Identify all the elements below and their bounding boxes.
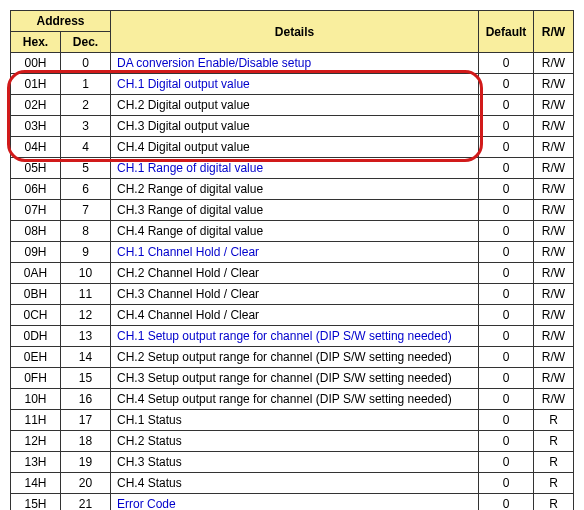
- cell-dec: 13: [61, 326, 111, 347]
- cell-details[interactable]: Error Code: [111, 494, 479, 511]
- cell-default: 0: [479, 179, 534, 200]
- cell-dec: 15: [61, 368, 111, 389]
- cell-rw: R/W: [534, 137, 574, 158]
- cell-hex: 12H: [11, 431, 61, 452]
- cell-default: 0: [479, 53, 534, 74]
- table-row: 04H4CH.4 Digital output value0R/W: [11, 137, 574, 158]
- table-row: 0EH14CH.2 Setup output range for channel…: [11, 347, 574, 368]
- cell-rw: R: [534, 452, 574, 473]
- cell-details[interactable]: CH.1 Range of digital value: [111, 158, 479, 179]
- cell-rw: R/W: [534, 326, 574, 347]
- table-row: 0FH15CH.3 Setup output range for channel…: [11, 368, 574, 389]
- cell-details: CH.3 Status: [111, 452, 479, 473]
- cell-default: 0: [479, 116, 534, 137]
- table-row: 07H7CH.3 Range of digital value0R/W: [11, 200, 574, 221]
- cell-details: CH.2 Status: [111, 431, 479, 452]
- cell-default: 0: [479, 221, 534, 242]
- cell-default: 0: [479, 74, 534, 95]
- table-row: 09H9CH.1 Channel Hold / Clear0R/W: [11, 242, 574, 263]
- register-table-wrapper: Address Details Default R/W Hex. Dec. 00…: [10, 10, 574, 510]
- cell-dec: 7: [61, 200, 111, 221]
- table-row: 00H0DA conversion Enable/Disable setup0R…: [11, 53, 574, 74]
- register-table: Address Details Default R/W Hex. Dec. 00…: [10, 10, 574, 510]
- table-header: Address Details Default R/W Hex. Dec.: [11, 11, 574, 53]
- cell-dec: 16: [61, 389, 111, 410]
- cell-hex: 00H: [11, 53, 61, 74]
- cell-rw: R/W: [534, 347, 574, 368]
- cell-hex: 13H: [11, 452, 61, 473]
- cell-dec: 18: [61, 431, 111, 452]
- table-row: 08H8CH.4 Range of digital value0R/W: [11, 221, 574, 242]
- table-body: 00H0DA conversion Enable/Disable setup0R…: [11, 53, 574, 511]
- cell-dec: 0: [61, 53, 111, 74]
- header-address: Address: [11, 11, 111, 32]
- cell-hex: 15H: [11, 494, 61, 511]
- cell-dec: 4: [61, 137, 111, 158]
- cell-rw: R/W: [534, 389, 574, 410]
- cell-dec: 1: [61, 74, 111, 95]
- cell-rw: R: [534, 431, 574, 452]
- cell-rw: R: [534, 494, 574, 511]
- table-row: 13H19CH.3 Status0R: [11, 452, 574, 473]
- cell-dec: 3: [61, 116, 111, 137]
- header-hex: Hex.: [11, 32, 61, 53]
- cell-details[interactable]: DA conversion Enable/Disable setup: [111, 53, 479, 74]
- cell-details[interactable]: CH.1 Digital output value: [111, 74, 479, 95]
- cell-hex: 11H: [11, 410, 61, 431]
- cell-default: 0: [479, 473, 534, 494]
- cell-rw: R/W: [534, 284, 574, 305]
- cell-hex: 10H: [11, 389, 61, 410]
- cell-rw: R/W: [534, 158, 574, 179]
- cell-default: 0: [479, 305, 534, 326]
- cell-rw: R: [534, 410, 574, 431]
- table-row: 02H2CH.2 Digital output value0R/W: [11, 95, 574, 116]
- table-row: 14H20CH.4 Status0R: [11, 473, 574, 494]
- cell-details: CH.3 Range of digital value: [111, 200, 479, 221]
- cell-dec: 2: [61, 95, 111, 116]
- table-row: 11H17CH.1 Status0R: [11, 410, 574, 431]
- cell-dec: 19: [61, 452, 111, 473]
- cell-hex: 01H: [11, 74, 61, 95]
- cell-details: CH.4 Range of digital value: [111, 221, 479, 242]
- cell-default: 0: [479, 137, 534, 158]
- cell-rw: R/W: [534, 368, 574, 389]
- header-rw: R/W: [534, 11, 574, 53]
- cell-rw: R/W: [534, 305, 574, 326]
- cell-rw: R/W: [534, 74, 574, 95]
- cell-hex: 06H: [11, 179, 61, 200]
- cell-hex: 03H: [11, 116, 61, 137]
- cell-hex: 04H: [11, 137, 61, 158]
- cell-rw: R: [534, 473, 574, 494]
- table-row: 03H3CH.3 Digital output value0R/W: [11, 116, 574, 137]
- cell-hex: 07H: [11, 200, 61, 221]
- cell-details[interactable]: CH.1 Channel Hold / Clear: [111, 242, 479, 263]
- cell-default: 0: [479, 452, 534, 473]
- cell-details: CH.1 Status: [111, 410, 479, 431]
- cell-details: CH.4 Digital output value: [111, 137, 479, 158]
- cell-dec: 5: [61, 158, 111, 179]
- cell-hex: 08H: [11, 221, 61, 242]
- cell-details: CH.2 Setup output range for channel (DIP…: [111, 347, 479, 368]
- header-details: Details: [111, 11, 479, 53]
- table-row: 0CH12CH.4 Channel Hold / Clear0R/W: [11, 305, 574, 326]
- cell-default: 0: [479, 389, 534, 410]
- header-default: Default: [479, 11, 534, 53]
- cell-dec: 14: [61, 347, 111, 368]
- cell-default: 0: [479, 347, 534, 368]
- cell-details: CH.2 Channel Hold / Clear: [111, 263, 479, 284]
- cell-dec: 6: [61, 179, 111, 200]
- cell-rw: R/W: [534, 179, 574, 200]
- cell-rw: R/W: [534, 116, 574, 137]
- cell-details: CH.3 Digital output value: [111, 116, 479, 137]
- table-row: 0AH10CH.2 Channel Hold / Clear0R/W: [11, 263, 574, 284]
- cell-details[interactable]: CH.1 Setup output range for channel (DIP…: [111, 326, 479, 347]
- cell-rw: R/W: [534, 221, 574, 242]
- cell-default: 0: [479, 410, 534, 431]
- cell-hex: 05H: [11, 158, 61, 179]
- cell-dec: 20: [61, 473, 111, 494]
- cell-dec: 12: [61, 305, 111, 326]
- cell-rw: R/W: [534, 53, 574, 74]
- cell-default: 0: [479, 431, 534, 452]
- cell-details: CH.2 Range of digital value: [111, 179, 479, 200]
- table-row: 06H6CH.2 Range of digital value0R/W: [11, 179, 574, 200]
